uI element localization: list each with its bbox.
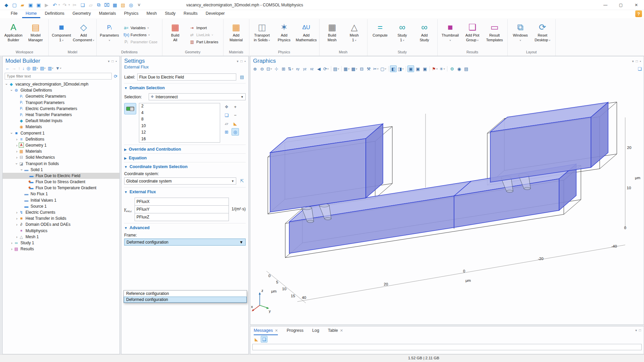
zoom-out-button[interactable]: ⊖ <box>259 65 265 72</box>
flux-z-input[interactable] <box>135 213 229 221</box>
comsol-logo-icon[interactable]: ◆ <box>3 1 10 9</box>
tree-item-heat-transfer-in-solids[interactable]: ›■Heat Transfer in Solids <box>3 215 119 221</box>
view-panel-3-button[interactable]: ▣ <box>422 65 428 72</box>
menu-geometry[interactable]: Geometry <box>69 10 94 18</box>
tree-item-multiphysics[interactable]: ✶Multiphysics <box>3 228 119 234</box>
tree-item-domain-odes-and-daes[interactable]: ›∂Domain ODEs and DAEs <box>3 221 119 227</box>
go-to-xz-view-button[interactable]: xz <box>308 65 315 72</box>
deselect-box-button[interactable]: ▧ <box>119 1 127 9</box>
forward-button[interactable]: → <box>11 65 17 71</box>
create-selection-button[interactable]: ❖ <box>223 103 230 110</box>
expand-arrow-icon[interactable]: › <box>5 82 9 86</box>
rotate-view-button[interactable]: ⟳˅ <box>323 65 330 72</box>
go-to-source-button[interactable]: ⇱ <box>238 177 246 185</box>
tree-item-mesh-1[interactable]: ›△Mesh 1 <box>3 234 119 240</box>
panel-menu-icon[interactable]: ▾ <box>635 328 637 332</box>
panel-pin-icon[interactable]: ▪ <box>115 59 117 63</box>
tree-item-initial-values-1[interactable]: ▬Initial Values 1 <box>3 197 119 203</box>
find-button[interactable]: ◎ <box>127 1 135 9</box>
import-button[interactable]: ⇥Import <box>188 25 219 31</box>
transport-in-solids-button[interactable]: ◫Transportin Solids ˅ <box>251 20 273 50</box>
model-manager-button[interactable]: ▤ModelManager <box>25 20 46 50</box>
domain-list[interactable]: 248101216 <box>139 103 220 143</box>
tree-item-electric-currents[interactable]: ›↯Electric Currents <box>3 209 119 215</box>
copy-selection-button[interactable]: ❏ <box>223 111 230 119</box>
tree-item-flux-due-to-temperature-gradient[interactable]: ▬Flux Due to Temperature Gradient <box>3 185 119 191</box>
customize-toolbar-button[interactable]: ˅ <box>135 1 143 9</box>
component-1-button[interactable]: ■Component1 ˅ <box>51 20 72 50</box>
scene-3d[interactable]: z x y <box>250 56 642 325</box>
domain-selection-header[interactable]: ▼ Domain Selection <box>124 83 246 92</box>
tree-item-definitions[interactable]: ›≡Definitions <box>3 136 119 142</box>
panel-float-icon[interactable]: □ <box>240 59 242 63</box>
zoom-to-selection-button[interactable]: ⊞ <box>223 128 230 136</box>
view-panel-1-button[interactable]: ▣ <box>407 65 414 72</box>
material-rendering-button[interactable]: ▩˅ <box>351 65 358 72</box>
undo-button[interactable]: ↶ <box>51 1 58 9</box>
expand-all-button[interactable]: ▤˅ <box>39 65 46 71</box>
add-physics-button[interactable]: ✶AddPhysics <box>274 20 295 50</box>
domain-list-item[interactable]: 8 <box>139 116 220 123</box>
tree-item-materials[interactable]: ◉Materials <box>3 124 119 130</box>
expand-arrow-icon[interactable]: › <box>10 131 14 135</box>
panel-pin-icon[interactable]: ▪ <box>244 59 246 63</box>
collapse-arrow-icon[interactable]: › <box>10 241 14 245</box>
clear-selection-button[interactable]: ◣ <box>232 120 239 127</box>
go-to-yz-view-button[interactable]: yz <box>301 65 308 72</box>
add-plot-group-button[interactable]: ❏Add PlotGroup ˅ <box>462 20 483 50</box>
menu-home[interactable]: Home <box>22 10 40 18</box>
tree-item-component-1[interactable]: ›■Component 1 <box>3 130 119 136</box>
compute-button[interactable]: =Compute <box>369 20 391 50</box>
show-messages-button[interactable]: ❏ <box>261 336 267 343</box>
add-material-button[interactable]: ▦AddMaterial <box>226 20 247 50</box>
collapse-arrow-icon[interactable]: › <box>15 143 19 147</box>
flux-y-input[interactable] <box>135 205 229 213</box>
expand-arrow-icon[interactable]: › <box>15 162 19 166</box>
menu-physics[interactable]: Physics <box>120 10 142 18</box>
study-1-button[interactable]: ∞Study1 ˅ <box>392 20 413 50</box>
windows-button[interactable]: ⧉Windows ˅ <box>510 20 531 50</box>
panel-float-icon[interactable]: □ <box>639 328 641 332</box>
copy-button[interactable]: ❏ <box>79 1 86 9</box>
panel-menu-icon[interactable]: ▾ <box>632 59 634 63</box>
back-button[interactable]: ← <box>5 65 10 71</box>
filter-button[interactable]: ▼˅ <box>55 65 62 71</box>
menu-materials[interactable]: Materials <box>96 10 119 18</box>
add-mathematics-button[interactable]: ΔUAddMathematics <box>296 20 317 50</box>
show-selection-button[interactable]: ◎ <box>232 128 239 136</box>
zoom-in-button[interactable]: ⊕ <box>252 65 258 72</box>
tree-item-transport-in-solids[interactable]: ›◪Transport in Solids <box>3 160 119 166</box>
tab-table[interactable]: Table✕ <box>328 326 343 335</box>
snapshot-button[interactable]: ◉ <box>456 65 462 72</box>
delete-button[interactable]: ⌧ <box>103 1 110 9</box>
domain-list-item[interactable]: 12 <box>139 130 220 136</box>
clear-messages-button[interactable]: ◣ <box>253 336 260 343</box>
save-as-button[interactable]: ▣ <box>35 1 42 9</box>
result-templates-button[interactable]: ▭ResultTemplates <box>484 20 505 50</box>
frame-option-reference[interactable]: Reference configuration <box>124 291 247 297</box>
select-button[interactable]: ▢˅ <box>380 65 387 72</box>
tree-item-study-1[interactable]: ›∞Study 1 <box>3 240 119 246</box>
duplicate-button[interactable]: ⧉ <box>95 1 102 9</box>
parameters-button[interactable]: PᵢParameters ˅ <box>99 20 120 50</box>
open-file-button[interactable]: ▰ <box>19 1 26 9</box>
minimize-button[interactable]: — <box>598 0 613 10</box>
add-to-selection-button[interactable]: + <box>232 103 239 110</box>
panel-menu-icon[interactable]: ▾ <box>108 59 109 63</box>
tree-item-flux-due-to-stress-gradient[interactable]: ▬Flux Due to Stress Gradient <box>3 179 119 185</box>
domain-list-item[interactable]: 4 <box>139 110 220 117</box>
environment-button[interactable]: ✳˅ <box>439 65 446 72</box>
advanced-header[interactable]: ▼ Advanced <box>124 223 246 232</box>
menu-mesh[interactable]: Mesh <box>143 10 160 18</box>
tree-item-geometric-parameters[interactable]: PᵢGeometric Parameters <box>3 93 119 99</box>
move-down-button[interactable]: ↓ <box>22 65 26 71</box>
tab-messages[interactable]: Messages✕ <box>254 326 278 335</box>
menu-developer[interactable]: Developer <box>202 10 228 18</box>
tree-item-materials[interactable]: ›▦Materials <box>3 148 119 154</box>
menu-definitions[interactable]: Definitions <box>42 10 68 18</box>
flux-x-input[interactable] <box>135 198 229 206</box>
close-button[interactable]: ✕ <box>629 0 644 10</box>
tree-item-flux-due-to-electric-field[interactable]: ▬Flux Due to Electric Field <box>3 173 119 179</box>
camera-view-button[interactable]: ◀ <box>315 65 322 72</box>
collapse-arrow-icon[interactable]: › <box>10 247 14 251</box>
